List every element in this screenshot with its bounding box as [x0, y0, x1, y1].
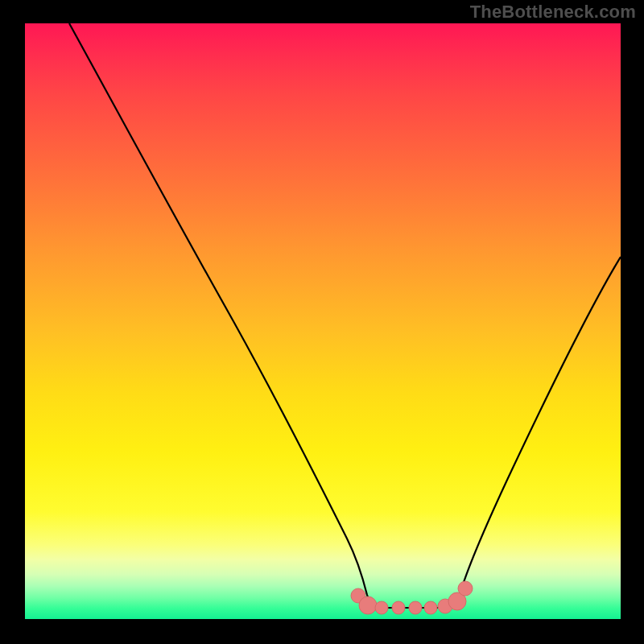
valley-marker [359, 597, 377, 614]
chart-canvas: TheBottleneck.com [0, 0, 644, 644]
valley-marker [375, 601, 388, 614]
valley-marker [392, 601, 405, 614]
plot-area [25, 23, 621, 619]
marker-overlay [25, 23, 621, 619]
watermark-label: TheBottleneck.com [470, 2, 636, 23]
valley-marker [424, 601, 437, 614]
valley-marker [409, 601, 422, 614]
valley-marker [458, 581, 473, 596]
valley-markers [351, 581, 473, 614]
